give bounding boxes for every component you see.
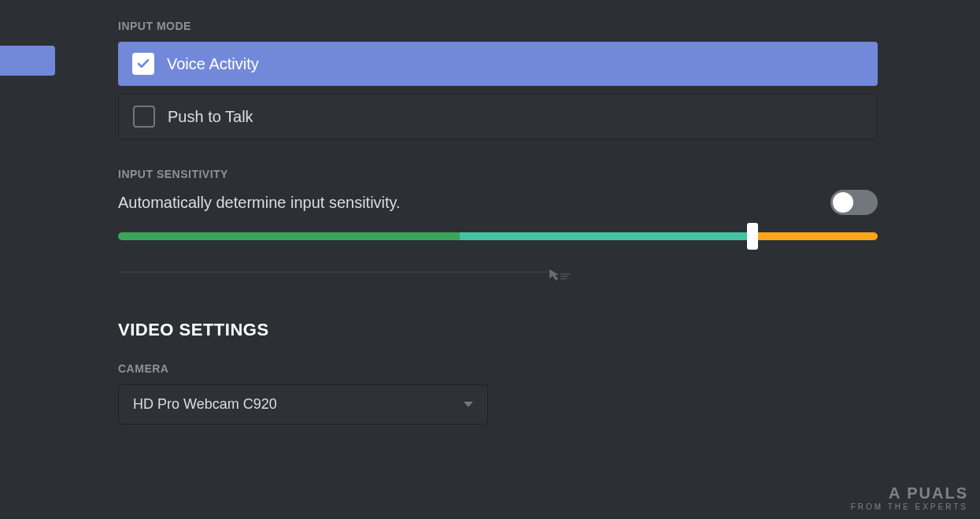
input-sensitivity-heading: INPUT SENSITIVITY (118, 168, 878, 180)
voice-activity-label: Voice Activity (167, 55, 259, 73)
voice-activity-checkbox[interactable] (132, 53, 154, 75)
camera-heading: CAMERA (118, 362, 488, 375)
sensitivity-slider[interactable] (118, 232, 878, 240)
video-settings-heading: VIDEO SETTINGS (118, 320, 878, 340)
push-to-talk-checkbox[interactable] (133, 106, 155, 128)
chevron-down-icon (464, 402, 473, 407)
toggle-knob (833, 192, 853, 213)
auto-sensitivity-toggle[interactable] (830, 190, 878, 215)
auto-sensitivity-text: Automatically determine input sensitivit… (118, 194, 401, 212)
push-to-talk-option[interactable]: Push to Talk (118, 94, 878, 139)
watermark-line1: A PUALS (851, 484, 968, 502)
auto-sensitivity-row: Automatically determine input sensitivit… (118, 190, 878, 215)
push-to-talk-label: Push to Talk (168, 108, 253, 126)
voice-activity-option[interactable]: Voice Activity (118, 42, 878, 86)
slider-segment-orange (753, 232, 878, 240)
sidebar-active-tab[interactable] (0, 46, 55, 76)
settings-content: INPUT MODE Voice Activity Push to Talk I… (118, 20, 878, 424)
input-mode-heading: INPUT MODE (118, 20, 878, 32)
camera-dropdown[interactable]: HD Pro Webcam C920 (118, 384, 488, 424)
camera-dropdown-value: HD Pro Webcam C920 (133, 396, 277, 413)
watermark-line2: FROM THE EXPERTS (851, 502, 968, 511)
slider-segment-dark-green (118, 232, 460, 240)
watermark: A PUALS FROM THE EXPERTS (851, 484, 968, 511)
slider-segment-light-green (460, 232, 753, 240)
slider-handle[interactable] (747, 223, 758, 250)
section-divider (118, 272, 549, 272)
check-icon (136, 57, 150, 71)
